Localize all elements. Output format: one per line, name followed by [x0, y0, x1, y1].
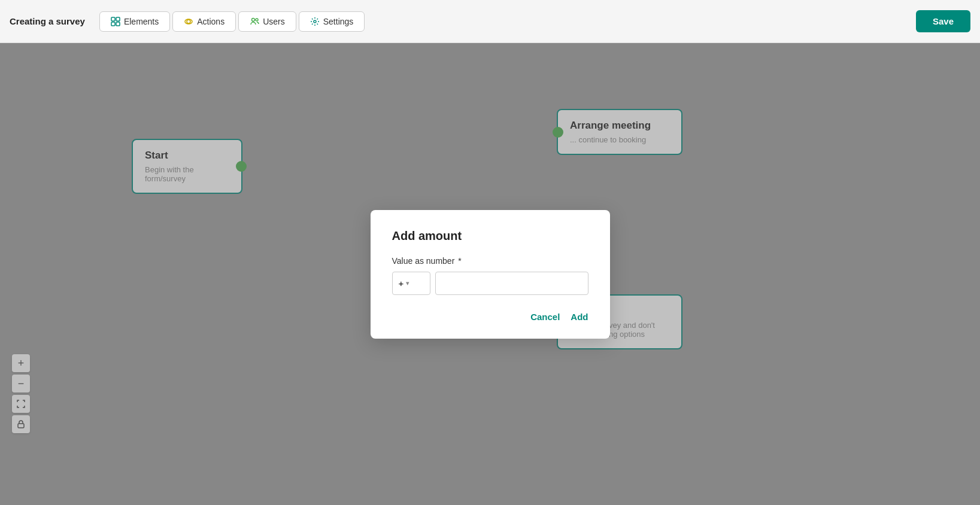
tab-elements-label: Elements — [124, 17, 159, 26]
tab-actions-label: Actions — [197, 17, 224, 26]
actions-icon — [184, 17, 193, 26]
modal-title: Add amount — [392, 229, 588, 243]
chevron-down-icon: ▾ — [406, 279, 409, 287]
modal-overlay: Add amount Value as number * + ▾ Cancel … — [0, 43, 980, 505]
tab-settings-label: Settings — [323, 17, 354, 26]
tab-users[interactable]: Users — [238, 11, 296, 32]
svg-rect-1 — [116, 17, 120, 21]
tab-elements[interactable]: Elements — [99, 11, 170, 32]
canvas: Start Begin with the form/survey Arrange… — [0, 43, 980, 505]
cancel-button[interactable]: Cancel — [530, 312, 560, 322]
svg-point-8 — [314, 20, 316, 23]
svg-point-5 — [187, 20, 190, 23]
modal-label: Value as number * — [392, 256, 588, 266]
svg-rect-2 — [111, 22, 115, 26]
modal-actions: Cancel Add — [392, 312, 588, 322]
add-button[interactable]: Add — [571, 312, 588, 322]
svg-rect-0 — [111, 17, 115, 21]
number-input[interactable] — [435, 272, 588, 295]
sign-value: + — [399, 278, 404, 288]
tab-actions[interactable]: Actions — [172, 11, 236, 32]
settings-icon — [310, 17, 320, 26]
nav-tabs: Elements Actions Users — [99, 11, 365, 32]
users-icon — [250, 17, 259, 26]
page-title: Creating a survey — [10, 16, 85, 26]
elements-icon — [111, 17, 120, 26]
svg-point-7 — [256, 19, 258, 21]
add-amount-modal: Add amount Value as number * + ▾ Cancel … — [371, 210, 610, 339]
save-button[interactable]: Save — [916, 10, 970, 32]
modal-label-text: Value as number — [392, 256, 455, 266]
tab-settings[interactable]: Settings — [299, 11, 365, 32]
sign-select[interactable]: + ▾ — [392, 272, 430, 295]
svg-rect-3 — [116, 22, 120, 26]
header: Creating a survey Elements Actions — [0, 0, 980, 43]
svg-point-6 — [252, 18, 255, 21]
modal-input-row: + ▾ — [392, 272, 588, 295]
tab-users-label: Users — [263, 17, 285, 26]
modal-label-required: * — [458, 256, 461, 266]
